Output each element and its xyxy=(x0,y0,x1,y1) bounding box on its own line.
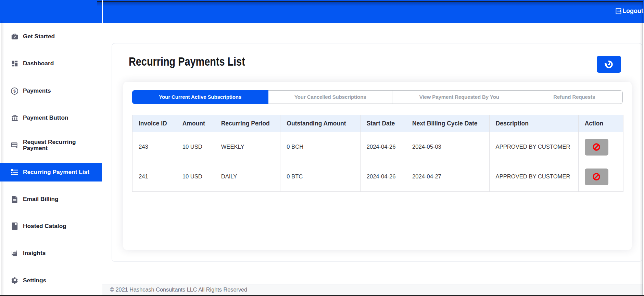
svg-text:$: $ xyxy=(13,89,16,93)
